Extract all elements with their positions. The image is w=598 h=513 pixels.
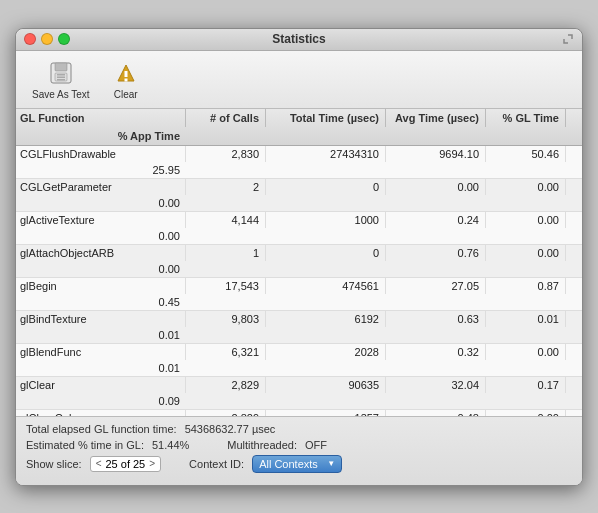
footer-row-slice: Show slice: < 25 of 25 > Context ID: All… bbox=[26, 455, 572, 473]
window-title: Statistics bbox=[272, 32, 325, 46]
titlebar: Statistics bbox=[16, 29, 582, 51]
table-cell: 27.05 bbox=[386, 278, 486, 294]
table-cell: 1 bbox=[186, 245, 266, 261]
table-cell: 0.01 bbox=[16, 327, 186, 343]
col-header-total-time: Total Time (µsec) bbox=[266, 109, 386, 127]
table-cell: 0.45 bbox=[16, 294, 186, 310]
table-cell: 0.00 bbox=[486, 344, 566, 360]
table-cell: 0.48 bbox=[386, 410, 486, 416]
table-cell: 2028 bbox=[266, 344, 386, 360]
table-cell: 0.24 bbox=[386, 212, 486, 228]
table-row[interactable]: glAttachObjectARB100.760.000.00 bbox=[16, 245, 582, 278]
table-cell: glBlendFunc bbox=[16, 344, 186, 360]
table-cell: 0.00 bbox=[16, 195, 186, 211]
elapsed-value: 54368632.77 µsec bbox=[185, 423, 276, 435]
table-cell: 0.63 bbox=[386, 311, 486, 327]
table-row[interactable]: glActiveTexture4,14410000.240.000.00 bbox=[16, 212, 582, 245]
table-header: GL Function # of Calls Total Time (µsec)… bbox=[16, 109, 582, 146]
clear-button-label: Clear bbox=[114, 89, 138, 100]
table-cell: 2,829 bbox=[186, 377, 266, 393]
estimated-value: 51.44% bbox=[152, 439, 189, 451]
table-cell: glClear bbox=[16, 377, 186, 393]
table-cell: 6,321 bbox=[186, 344, 266, 360]
table-cell: 0.00 bbox=[486, 179, 566, 195]
table-cell: glAttachObjectARB bbox=[16, 245, 186, 261]
table-cell: 6192 bbox=[266, 311, 386, 327]
svg-rect-5 bbox=[57, 79, 65, 81]
table-cell: 2,830 bbox=[186, 146, 266, 162]
table-row[interactable]: glClear2,8299063532.040.170.09 bbox=[16, 377, 582, 410]
table-cell: 32.04 bbox=[386, 377, 486, 393]
multithreaded-label: Multithreaded: bbox=[227, 439, 297, 451]
table-cell: 90635 bbox=[266, 377, 386, 393]
dropdown-arrow-icon: ▼ bbox=[327, 459, 335, 468]
table-cell: glBindTexture bbox=[16, 311, 186, 327]
table-cell: 25.95 bbox=[16, 162, 186, 178]
table-cell: 1000 bbox=[266, 212, 386, 228]
table-row[interactable]: glBindTexture9,80361920.630.010.01 bbox=[16, 311, 582, 344]
table-cell: 27434310 bbox=[266, 146, 386, 162]
table-cell: CGLFlushDrawable bbox=[16, 146, 186, 162]
table-cell: 2 bbox=[186, 179, 266, 195]
window-buttons bbox=[24, 33, 70, 45]
table-cell: 0 bbox=[266, 245, 386, 261]
col-header-gl-time: % GL Time bbox=[486, 109, 566, 127]
context-dropdown[interactable]: All Contexts ▼ bbox=[252, 455, 342, 473]
table-row[interactable]: CGLGetParameter200.000.000.00 bbox=[16, 179, 582, 212]
table-cell: CGLGetParameter bbox=[16, 179, 186, 195]
svg-rect-1 bbox=[55, 63, 67, 71]
table-cell: 0.01 bbox=[486, 311, 566, 327]
slice-control[interactable]: < 25 of 25 > bbox=[90, 456, 161, 472]
table-cell: glBegin bbox=[16, 278, 186, 294]
maximize-button[interactable] bbox=[58, 33, 70, 45]
table-cell: 17,543 bbox=[186, 278, 266, 294]
col-header-avg-time: Avg Time (µsec) bbox=[386, 109, 486, 127]
svg-rect-8 bbox=[124, 78, 127, 81]
table-row[interactable]: glBegin17,54347456127.050.870.45 bbox=[16, 278, 582, 311]
table-container: GL Function # of Calls Total Time (µsec)… bbox=[16, 109, 582, 416]
table-cell: 4,144 bbox=[186, 212, 266, 228]
table-row[interactable]: glBlendFunc6,32120280.320.000.01 bbox=[16, 344, 582, 377]
clear-button[interactable]: Clear bbox=[106, 57, 146, 102]
table-row[interactable]: CGLFlushDrawable2,830274343109694.1050.4… bbox=[16, 146, 582, 179]
save-icon bbox=[47, 59, 75, 87]
footer-row-estimated: Estimated % time in GL: 51.44% Multithre… bbox=[26, 439, 572, 451]
table-cell: 0.09 bbox=[16, 393, 186, 409]
context-value: All Contexts bbox=[259, 458, 318, 470]
context-id-label: Context ID: bbox=[189, 458, 244, 470]
col-header-calls: # of Calls bbox=[186, 109, 266, 127]
show-slice-label: Show slice: bbox=[26, 458, 82, 470]
footer-row-elapsed: Total elapsed GL function time: 54368632… bbox=[26, 423, 572, 435]
table-cell: 0.87 bbox=[486, 278, 566, 294]
table-cell: 0.00 bbox=[486, 245, 566, 261]
svg-rect-4 bbox=[57, 76, 65, 78]
table-cell: 474561 bbox=[266, 278, 386, 294]
table-body[interactable]: CGLFlushDrawable2,830274343109694.1050.4… bbox=[16, 146, 582, 416]
table-cell: 0.76 bbox=[386, 245, 486, 261]
table-cell: 1357 bbox=[266, 410, 386, 416]
table-cell: glClearColor bbox=[16, 410, 186, 416]
slice-value: 25 of 25 bbox=[105, 458, 145, 470]
multithreaded-value: OFF bbox=[305, 439, 327, 451]
table-row[interactable]: glClearColor2,82913570.480.000.00 bbox=[16, 410, 582, 416]
resize-control[interactable] bbox=[562, 33, 574, 45]
clear-icon bbox=[112, 59, 140, 87]
table-cell: 0.00 bbox=[486, 212, 566, 228]
table-cell: 0.17 bbox=[486, 377, 566, 393]
close-button[interactable] bbox=[24, 33, 36, 45]
table-cell: 0.00 bbox=[386, 179, 486, 195]
table-cell: 0.00 bbox=[486, 410, 566, 416]
table-cell: 2,829 bbox=[186, 410, 266, 416]
minimize-button[interactable] bbox=[41, 33, 53, 45]
save-button-label: Save As Text bbox=[32, 89, 90, 100]
save-as-text-button[interactable]: Save As Text bbox=[26, 57, 96, 102]
elapsed-label: Total elapsed GL function time: bbox=[26, 423, 177, 435]
col-header-app-time: % App Time bbox=[16, 127, 186, 145]
slice-next-button[interactable]: > bbox=[147, 458, 157, 469]
toolbar: Save As Text Clear bbox=[16, 51, 582, 109]
table-cell: 9,803 bbox=[186, 311, 266, 327]
svg-rect-7 bbox=[124, 71, 127, 77]
table-cell: 9694.10 bbox=[386, 146, 486, 162]
slice-prev-button[interactable]: < bbox=[94, 458, 104, 469]
table-cell: 50.46 bbox=[486, 146, 566, 162]
